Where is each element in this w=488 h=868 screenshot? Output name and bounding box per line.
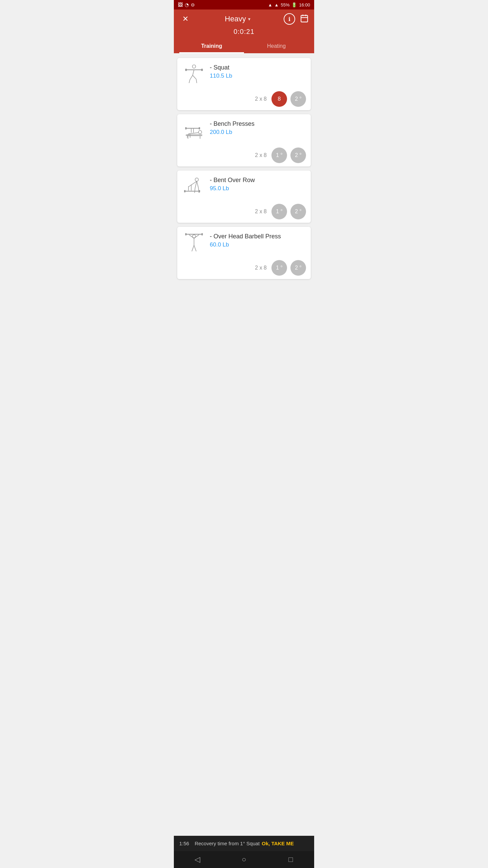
svg-line-19 (188, 133, 198, 134)
exercise-figure-ohp (182, 232, 206, 255)
svg-line-8 (192, 70, 194, 75)
set-button-bench-1[interactable]: 1 ° (271, 147, 287, 163)
svg-rect-0 (301, 15, 308, 22)
svg-line-12 (192, 75, 196, 79)
svg-line-46 (194, 245, 196, 251)
exercise-weight-ohp: 60.0 Lb (210, 241, 306, 248)
calendar-button[interactable] (300, 14, 309, 24)
dropdown-arrow-icon: ▾ (248, 16, 250, 22)
svg-rect-23 (185, 127, 186, 130)
info-button[interactable]: ℹ (284, 13, 295, 25)
signal-icon: ▲ (274, 2, 279, 7)
exercise-card-row: - Bent Over Row 95.0 Lb 2 x 8 1 ° 2 ° (177, 171, 311, 223)
svg-line-45 (192, 245, 194, 251)
image-icon: 🖼 (178, 2, 183, 7)
set-button-bench-2[interactable]: 2 ° (290, 147, 306, 163)
svg-rect-41 (201, 233, 203, 235)
exercise-header-ohp: - Over Head Barbell Press 60.0 Lb (182, 232, 306, 255)
svg-line-14 (196, 79, 197, 83)
time-display: 16:00 (299, 2, 310, 7)
sets-row-squat: 2 x 8 8 2 ° (182, 91, 306, 107)
exercise-weight-row: 95.0 Lb (210, 185, 306, 192)
exercise-header: - Squat 110.5 Lb (182, 63, 306, 86)
svg-line-42 (189, 235, 194, 238)
workout-type-label: Heavy (225, 15, 246, 23)
tab-heating[interactable]: Heating (244, 39, 309, 53)
svg-point-18 (198, 130, 202, 134)
svg-line-11 (190, 75, 192, 80)
exercise-figure-bench (182, 119, 206, 143)
exercise-list: - Squat 110.5 Lb 2 x 8 8 2 ° (174, 53, 314, 284)
header-top: ✕ Heavy ▾ ℹ (179, 13, 309, 25)
svg-rect-40 (185, 233, 186, 235)
exercise-card-ohp: - Over Head Barbell Press 60.0 Lb 2 x 8 … (177, 227, 311, 279)
sets-label-row: 2 x 8 (255, 209, 267, 215)
svg-rect-6 (185, 68, 187, 71)
tab-training[interactable]: Training (179, 39, 244, 53)
status-right: ▲ ▲ 55% 🔋 16:00 (268, 2, 310, 7)
header-icons: ℹ (284, 13, 309, 25)
exercise-weight-squat: 110.5 Lb (210, 73, 306, 79)
svg-line-36 (195, 188, 195, 193)
exercise-info-ohp: - Over Head Barbell Press 60.0 Lb (210, 232, 306, 248)
svg-line-37 (198, 188, 199, 193)
exercise-info-row: - Bent Over Row 95.0 Lb (210, 175, 306, 192)
svg-point-27 (195, 178, 198, 181)
wifi-icon: ▲ (268, 2, 272, 7)
timer-display: 0:0:21 (179, 28, 309, 36)
circle-icon: ◔ (185, 2, 189, 7)
exercise-figure-squat (182, 63, 206, 86)
set-button-squat-1[interactable]: 8 (271, 91, 287, 107)
svg-line-35 (197, 181, 198, 188)
svg-line-13 (189, 80, 189, 83)
set-button-row-1[interactable]: 1 ° (271, 204, 287, 219)
battery-text: 55% (281, 2, 289, 7)
set-button-ohp-1[interactable]: 1 ° (271, 260, 287, 276)
exercise-weight-bench: 200.0 Lb (210, 129, 306, 136)
status-bar: 🖼 ◔ ⊖ ▲ ▲ 55% 🔋 16:00 (174, 0, 314, 9)
sets-row-row: 2 x 8 1 ° 2 ° (182, 204, 306, 219)
sets-row-bench: 2 x 8 1 ° 2 ° (182, 147, 306, 163)
set-button-ohp-2[interactable]: 2 ° (290, 260, 306, 276)
exercise-info-bench: - Bench Presses 200.0 Lb (210, 119, 306, 136)
set-button-squat-2[interactable]: 2 ° (290, 91, 306, 107)
info-icon: ℹ (288, 16, 290, 22)
tab-bar: Training Heating (179, 39, 309, 53)
svg-rect-24 (199, 127, 200, 130)
exercise-name-bench: - Bench Presses (210, 120, 306, 127)
sets-label-bench: 2 x 8 (255, 152, 267, 158)
do-not-disturb-icon: ⊖ (191, 2, 195, 7)
svg-line-26 (190, 134, 190, 137)
svg-rect-7 (201, 68, 203, 71)
exercise-name-ohp: - Over Head Barbell Press (210, 233, 306, 240)
header: ✕ Heavy ▾ ℹ 0:0:21 Training Heating (174, 9, 314, 53)
close-button[interactable]: ✕ (179, 13, 191, 25)
exercise-header-bench: - Bench Presses 200.0 Lb (182, 119, 306, 143)
battery-icon: 🔋 (291, 2, 297, 7)
exercise-header-row: - Bent Over Row 95.0 Lb (182, 175, 306, 199)
sets-label-squat: 2 x 8 (255, 96, 267, 102)
exercise-info-squat: - Squat 110.5 Lb (210, 63, 306, 79)
exercise-card-bench: - Bench Presses 200.0 Lb 2 x 8 1 ° 2 ° (177, 114, 311, 166)
exercise-name-squat: - Squat (210, 64, 306, 71)
sets-label-ohp: 2 x 8 (255, 265, 267, 271)
svg-rect-32 (184, 190, 185, 192)
svg-point-4 (192, 65, 196, 68)
status-left: 🖼 ◔ ⊖ (178, 2, 195, 7)
svg-line-43 (194, 235, 199, 238)
sets-row-ohp: 2 x 8 1 ° 2 ° (182, 260, 306, 276)
exercise-card-squat: - Squat 110.5 Lb 2 x 8 8 2 ° (177, 58, 311, 110)
exercise-name-row: - Bent Over Row (210, 177, 306, 184)
exercise-figure-row (182, 175, 206, 199)
workout-selector[interactable]: Heavy ▾ (225, 15, 250, 23)
set-button-row-2[interactable]: 2 ° (290, 204, 306, 219)
